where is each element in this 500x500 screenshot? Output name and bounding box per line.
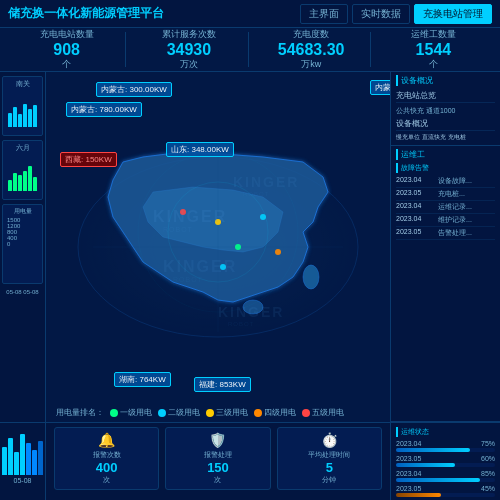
map-label-text2: 内蒙古: 780.00KW	[66, 102, 142, 117]
stat-services-label: 累计服务次数	[162, 28, 216, 41]
progress-val-3: 85%	[481, 470, 495, 477]
app-title: 储充换一体化新能源管理平台	[8, 5, 300, 22]
device-legend-row: 慢充单位 直流快充 充电桩	[396, 133, 495, 142]
alert-stats-row: 🔔 报警次数 400 次 🛡️ 报警处理 150 次 ⏱️ 平均处理时间 5 分…	[54, 427, 382, 490]
bar-4	[20, 434, 25, 475]
mini-bar-chart1	[7, 89, 38, 129]
nav-stations[interactable]: 充换电站管理	[414, 4, 492, 24]
bottom-left-chart: 05-08	[0, 423, 46, 500]
left-chart-label1: 南关	[16, 79, 30, 89]
left-chart-label2: 六月	[16, 143, 30, 153]
svg-text:KINGER: KINGER	[233, 174, 299, 190]
legend-label-2: 二级用电	[168, 407, 200, 418]
progress-item-2: 2023.05 60%	[396, 455, 495, 467]
svg-text:KINGER: KINGER	[163, 258, 237, 275]
alert-check-icon: 🛡️	[209, 432, 226, 448]
progress-bg-2	[396, 463, 495, 467]
public-fast-charge: 公共快充 通道1000	[396, 105, 495, 117]
legend-label: 用电量排名：	[56, 407, 104, 418]
legend-label-5: 五级用电	[312, 407, 344, 418]
ops-table: 2023.04 设备故障... 2023.05 充电桩... 2023.04 运…	[396, 175, 495, 240]
bottom-section: 05-08 🔔 报警次数 400 次 🛡️ 报警处理 150 次 ⏱️ 平均处理…	[0, 422, 500, 500]
bottom-chart-label: 05-08	[2, 477, 43, 484]
nav-main[interactable]: 主界面	[300, 4, 348, 24]
alert-handle-label: 报警处理	[204, 450, 232, 460]
nav-realtime[interactable]: 实时数据	[352, 4, 410, 24]
right-panel: 设备概况 充电站总览 公共快充 通道1000 设备概况 慢充单位 直流快充 充电…	[390, 72, 500, 422]
stat-charge: 充电度数 54683.30 万kw	[253, 32, 371, 67]
svg-text:KINGER: KINGER	[153, 208, 227, 225]
stat-services: 累计服务次数 34930 万次	[130, 32, 248, 67]
progress-fill-2	[396, 463, 455, 467]
svg-point-8	[235, 244, 241, 250]
legend-item-3: 三级用电	[206, 407, 248, 418]
stat-workers-label: 运维工数量	[411, 28, 456, 41]
device-item-station: 充电站总览	[396, 89, 495, 103]
left-chart-nanzhou: 南关	[2, 76, 43, 136]
tiny-bar-chart	[2, 427, 43, 477]
alert-bell-icon: 🔔	[98, 432, 115, 448]
svg-point-9	[275, 249, 281, 255]
main-content: 南关 六月 用电量 1500	[0, 72, 500, 422]
section-devices-title: 设备概况	[396, 75, 495, 86]
svg-point-1	[303, 265, 319, 289]
stat-services-unit: 万次	[180, 58, 198, 71]
alert-count-unit: 次	[103, 475, 110, 485]
map-label-text5: 山东: 348.00KW	[166, 142, 234, 157]
progress-bg-3	[396, 478, 495, 482]
map-label-text3: 内蒙古: 480.00KW	[370, 80, 390, 95]
bar-5	[26, 443, 31, 475]
left-chart-june: 六月	[2, 140, 43, 200]
progress-label-4: 2023.05	[396, 485, 421, 492]
legend-item-5: 五级用电	[302, 407, 344, 418]
progress-fill-3	[396, 478, 480, 482]
progress-label-1: 2023.04	[396, 440, 421, 447]
avg-time-box: ⏱️ 平均处理时间 5 分钟	[277, 427, 382, 490]
alert-handle-value: 150	[207, 460, 229, 475]
ops-row-4: 2023.04 维护记录...	[396, 214, 495, 227]
map-label-text6: 湖南: 764KW	[114, 372, 171, 387]
alert-count-box: 🔔 报警次数 400 次	[54, 427, 159, 490]
section-ops-title: 运维工	[396, 149, 495, 160]
mini-bar-chart2	[7, 153, 38, 193]
fault-title: 故障告警	[396, 163, 495, 173]
header: 储充换一体化新能源管理平台 主界面 实时数据 充换电站管理	[0, 0, 500, 28]
legend-item-4: 四级用电	[254, 407, 296, 418]
stat-stations-value: 908	[53, 41, 80, 59]
avg-time-value: 5	[326, 460, 333, 475]
bar-6	[32, 450, 37, 475]
svg-text:ROBOT: ROBOT	[163, 226, 193, 233]
bar-7	[38, 441, 43, 476]
stat-stations-unit: 个	[62, 58, 71, 71]
stat-workers-unit: 个	[429, 58, 438, 71]
section-devices: 设备概况 充电站总览 公共快充 通道1000 设备概况 慢充单位 直流快充 充电…	[391, 72, 500, 146]
progress-bg-1	[396, 448, 495, 452]
legend-label-1: 一级用电	[120, 407, 152, 418]
map-legend: 用电量排名： 一级用电 二级用电 三级用电 四级用电 五级用电	[56, 407, 344, 418]
stat-stations: 充电电站数量 908 个	[8, 32, 126, 67]
stat-stations-label: 充电电站数量	[40, 28, 94, 41]
map-label-text7: 福建: 853KW	[194, 377, 251, 392]
map-label-text1: 内蒙古: 300.00KW	[96, 82, 172, 97]
legend-dot-2	[158, 409, 166, 417]
section-operations: 运维工 故障告警 2023.04 设备故障... 2023.05 充电桩... …	[391, 146, 500, 422]
clock-icon: ⏱️	[321, 432, 338, 448]
legend-dot-3	[206, 409, 214, 417]
stat-workers: 运维工数量 1544 个	[375, 32, 492, 67]
stats-row: 充电电站数量 908 个 累计服务次数 34930 万次 充电度数 54683.…	[0, 28, 500, 72]
map-container: KINGER ROBOT KINGER ROBOT KINGER ROBOT K…	[46, 72, 390, 422]
alert-handle-box: 🛡️ 报警处理 150 次	[165, 427, 270, 490]
bar-2	[8, 438, 13, 475]
svg-text:ROBOT: ROBOT	[228, 321, 254, 327]
progress-val-1: 75%	[481, 440, 495, 447]
alert-handle-unit: 次	[214, 475, 221, 485]
stat-charge-label: 充电度数	[293, 28, 329, 41]
svg-text:KINGER: KINGER	[218, 304, 284, 320]
left-panel: 南关 六月 用电量 1500	[0, 72, 46, 422]
stat-charge-unit: 万kw	[301, 58, 321, 71]
alert-count-label: 报警次数	[93, 450, 121, 460]
legend-dot-5	[302, 409, 310, 417]
legend-item-2: 二级用电	[158, 407, 200, 418]
legend-label-3: 三级用电	[216, 407, 248, 418]
progress-label-3: 2023.04	[396, 470, 421, 477]
